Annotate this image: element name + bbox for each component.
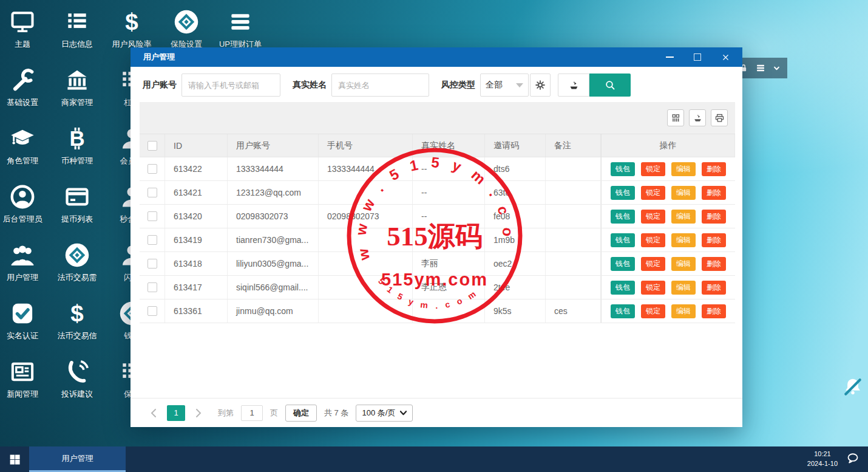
edit-action-button[interactable]: 编辑 [671, 210, 696, 224]
desktop-icon-realname-auth[interactable]: 实名认证 [0, 299, 50, 341]
cell-realname: -- [413, 205, 485, 228]
page-1-button[interactable]: 1 [167, 405, 185, 421]
edit-action-button[interactable]: 编辑 [671, 257, 696, 271]
row-checkbox[interactable] [147, 235, 157, 245]
edit-action-button[interactable]: 编辑 [671, 281, 696, 295]
lock-action-button[interactable]: 锁定 [641, 233, 665, 247]
edit-action-button[interactable]: 编辑 [671, 233, 696, 247]
cell-realname: 李丽 [413, 252, 485, 275]
desktop-icon-basic-settings[interactable]: 基础设置 [0, 66, 50, 108]
desktop-icon-log-info[interactable]: 日志信息 [50, 7, 104, 50]
notifications-muted-icon[interactable] [841, 375, 864, 401]
delete-action-button[interactable]: 删除 [702, 257, 726, 271]
chevron-left-icon [151, 409, 157, 417]
cell-note [546, 181, 601, 204]
cell-note [546, 228, 601, 251]
user-management-window: 用户管理 用户账号 真实姓名 风控类型 全部 [131, 47, 742, 427]
delete-action-button[interactable]: 删除 [702, 162, 726, 176]
lock-action-button[interactable]: 锁定 [641, 186, 665, 200]
lock-action-button[interactable]: 锁定 [641, 281, 665, 295]
wallet-action-button[interactable]: 钱包 [611, 210, 635, 224]
close-button[interactable] [721, 52, 730, 62]
print-icon [714, 113, 725, 123]
edit-action-button[interactable]: 编辑 [671, 162, 696, 176]
start-button[interactable] [0, 446, 29, 472]
row-checkbox[interactable] [147, 282, 157, 292]
lock-action-button[interactable]: 锁定 [641, 304, 665, 318]
page-size-select[interactable]: 100 条/页 [356, 405, 413, 422]
row-actions: 钱包锁定编辑删除 [601, 228, 735, 251]
row-actions: 钱包锁定编辑删除 [601, 252, 735, 275]
desktop-icon-withdraw-list[interactable]: 提币列表 [50, 182, 104, 225]
wallet-action-button[interactable]: 钱包 [611, 162, 635, 176]
desktop-icon-coin-management[interactable]: 币种管理 [50, 124, 104, 166]
account-input[interactable] [181, 74, 280, 97]
select-all-checkbox[interactable] [147, 141, 157, 151]
lock-action-button[interactable]: 锁定 [641, 210, 665, 224]
header-invite: 邀请码 [485, 134, 546, 157]
maximize-button[interactable] [693, 52, 702, 62]
minimize-button[interactable] [665, 52, 674, 62]
cell-invite: oec2 [485, 252, 546, 275]
row-checkbox[interactable] [147, 259, 157, 268]
desktop-icon-fiat-trade-info[interactable]: 法币交易信 [50, 299, 104, 341]
edit-action-button[interactable]: 编辑 [671, 304, 696, 318]
row-checkbox[interactable] [147, 306, 157, 316]
risk-type-label: 风控类型 [441, 80, 475, 91]
table-row: 613421123123@qq.com--63t8钱包锁定编辑删除 [140, 181, 735, 205]
wallet-action-button[interactable]: 钱包 [611, 257, 635, 271]
desktop-icon-theme[interactable]: 主题 [0, 7, 50, 50]
cell-realname: 李正恩 [413, 276, 485, 299]
wallet-action-button[interactable]: 钱包 [611, 233, 635, 247]
desktop-icon-user-management[interactable]: 用户管理 [0, 241, 50, 283]
menu-icon[interactable] [755, 63, 766, 74]
wallet-action-button[interactable]: 钱包 [611, 281, 635, 295]
row-checkbox[interactable] [147, 188, 157, 197]
desktop-icon-user-risk-rate[interactable]: 用户风险率 [104, 7, 159, 50]
lock-action-button[interactable]: 锁定 [641, 257, 665, 271]
realname-input[interactable] [331, 74, 429, 97]
row-actions: 钱包锁定编辑删除 [601, 299, 735, 323]
chat-bubble-icon [846, 451, 860, 465]
delete-action-button[interactable]: 删除 [702, 281, 726, 295]
export-button[interactable] [689, 109, 706, 126]
row-checkbox[interactable] [147, 211, 157, 221]
delete-action-button[interactable]: 删除 [702, 186, 726, 200]
delete-action-button[interactable]: 删除 [702, 233, 726, 247]
clear-button[interactable] [558, 74, 589, 97]
cell-invite: dts6 [485, 157, 546, 180]
table-row: 613417siqinl566@gmail....李正恩2tee钱包锁定编辑删除 [140, 276, 735, 299]
columns-button[interactable] [667, 109, 684, 126]
taskbar-clock[interactable]: 10:21 2024-1-10 [807, 450, 838, 469]
delete-action-button[interactable]: 删除 [702, 210, 726, 224]
row-checkbox[interactable] [147, 164, 157, 174]
user-table: ID 用户账号 手机号 真实姓名 邀请码 备注 操作 6134221333344… [140, 134, 735, 323]
prev-page-button[interactable] [147, 405, 160, 421]
next-page-button[interactable] [192, 405, 205, 421]
wallet-action-button[interactable]: 钱包 [611, 304, 635, 318]
notification-center-button[interactable] [846, 451, 860, 467]
desktop-icon-complaint-suggestion[interactable]: 投诉建议 [50, 357, 104, 400]
desktop-icon-admin-management[interactable]: 后台管理员 [0, 182, 50, 225]
desktop-icon-merchant-management[interactable]: 商家管理 [50, 66, 104, 108]
chevron-down-icon[interactable] [772, 64, 781, 73]
delete-action-button[interactable]: 删除 [702, 304, 726, 318]
risk-type-select[interactable]: 全部 [480, 74, 529, 97]
desktop-icon-up-finance-orders[interactable]: UP理财订单 [213, 7, 268, 50]
lock-action-button[interactable]: 锁定 [641, 162, 665, 176]
wallet-action-button[interactable]: 钱包 [611, 186, 635, 200]
desktop-icon-insurance-settings[interactable]: 保险设置 [159, 7, 214, 50]
desktop-icon-role-management[interactable]: 角色管理 [0, 124, 50, 166]
goto-page-input[interactable] [241, 405, 263, 421]
diamond-circle-icon [159, 7, 214, 36]
cell-note: ces [546, 299, 601, 323]
desktop-icon-news-management[interactable]: 新闻管理 [0, 357, 50, 400]
confirm-page-button[interactable]: 确定 [285, 405, 317, 422]
risk-settings-button[interactable] [530, 74, 551, 97]
taskbar-task-user-management[interactable]: 用户管理 [29, 446, 126, 472]
edit-action-button[interactable]: 编辑 [671, 186, 696, 200]
table-row: 61342213333444441333344444--dts6钱包锁定编辑删除 [140, 157, 735, 181]
desktop-icon-fiat-trade-demand[interactable]: 法币交易需 [50, 241, 104, 283]
search-button[interactable] [589, 74, 631, 97]
print-button[interactable] [711, 109, 728, 126]
